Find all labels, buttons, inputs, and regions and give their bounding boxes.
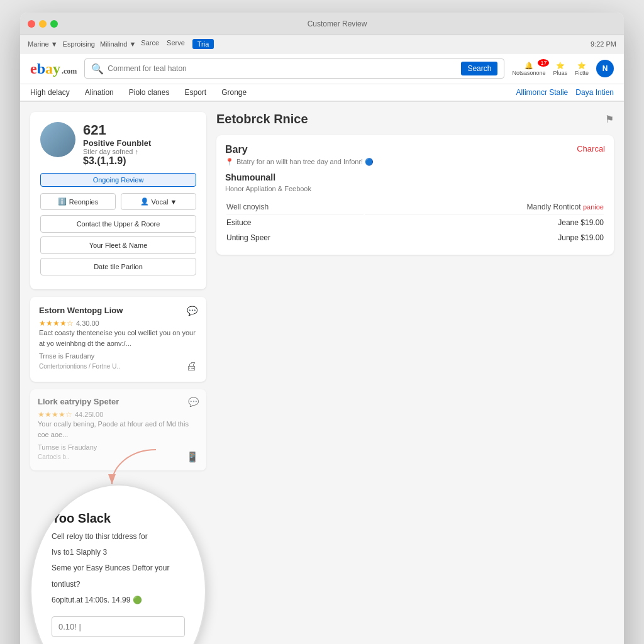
rating-value-2: 44.25l.00 — [75, 411, 103, 418]
browser-bar: Marine ▼ Esproising Milinalnd ▼ Sarce Se… — [20, 35, 624, 53]
feedback-header: Eetobrck Rnice ⚑ — [216, 112, 614, 126]
feedback-icon: ⚑ — [605, 113, 614, 125]
main-content: 621 Positive Founblet Stler day sofned ↑… — [20, 102, 624, 644]
search-bar: 🔍 Search — [84, 58, 504, 79]
ebay-logo[interactable]: ebay .com — [30, 60, 77, 77]
service-1: Esituce — [226, 216, 364, 230]
search-input[interactable] — [108, 64, 457, 73]
nav-right: Allimoncr Stalie Daya Intien — [516, 88, 614, 97]
browser-nav: Marine ▼ Esproising Milinalnd ▼ — [28, 40, 136, 48]
ebay-header: ebay .com 🔍 Search 🔔 17 Notsasonone ⭐ Pl… — [20, 53, 624, 84]
search-button[interactable]: Search — [461, 62, 497, 75]
title-bar: Customer Review — [20, 13, 624, 35]
comment-icon-2: 💬 — [188, 397, 199, 407]
tab-active[interactable]: Tria — [192, 39, 214, 49]
info-date-1: Trnse is Fraudany — [39, 352, 197, 360]
info-rating-2: ★★★★☆ 44.25l.00 — [38, 410, 199, 419]
table-row: Esituce Jeane $19.00 — [226, 216, 604, 230]
stars-2: ★★★★☆ — [38, 410, 72, 419]
vocal-button[interactable]: 👤 Vocal ▼ — [121, 193, 196, 210]
seller-price: $3.(1,1.9) — [83, 155, 196, 167]
info-sub-2: Cartocis b.. — [38, 453, 70, 460]
rating-value-1: 4.30.00 — [76, 319, 99, 327]
pages-label: Pluas — [553, 70, 567, 76]
right-panel: Eetobrck Rnice ⚑ Bary Charcal 📍 Btatry f… — [206, 112, 614, 644]
seller-info: 621 Positive Founblet Stler day sofned ↑… — [83, 122, 196, 167]
info-text-2: Your ocally bening, Paode at hfour aed o… — [38, 419, 199, 440]
col-header-middle: Mandly Ronticot panioe — [365, 200, 604, 214]
listing-name: Bary — [225, 144, 248, 155]
header-icons: 🔔 17 Notsasonone ⭐ Pluas ⭐ Fictte N — [512, 60, 614, 77]
responses-button[interactable]: ℹ️ Reonpies — [40, 193, 116, 210]
nav-bar: High delacy Alination Piolo clanes Espor… — [20, 84, 624, 102]
seller-title: Positive Founblet — [83, 138, 196, 148]
zoom-text-4: tontlust? — [52, 579, 185, 591]
info-title-2: Llork eatryipy Speter — [38, 397, 199, 406]
seller-avatar — [40, 122, 75, 157]
seller-top: 621 Positive Founblet Stler day sofned ↑… — [40, 122, 196, 167]
notifications-label: Notsasonone — [512, 70, 545, 76]
traffic-lights — [28, 20, 58, 28]
price-2: Junpe $19.00 — [365, 231, 604, 245]
info-card-2: 💬 Llork eatryipy Speter ★★★★☆ 44.25l.00 … — [30, 389, 206, 470]
zoom-inner: Yoo Slack Cell reloy tto thisr tddress f… — [52, 511, 185, 644]
tab-sarce[interactable]: Sarce — [141, 39, 159, 49]
points-btn[interactable]: ⭐ Fictte — [575, 62, 589, 76]
nav-alination[interactable]: Alination — [85, 88, 114, 97]
fleet-name-button[interactable]: Your Fleet & Name — [40, 236, 196, 254]
location-text: Btatry for an willt han tree day and Inf… — [236, 158, 374, 166]
contact-upper-button[interactable]: Contact the Upper & Roore — [40, 215, 196, 233]
nav-piolo-clanes[interactable]: Piolo clanes — [129, 88, 170, 97]
user-avatar[interactable]: N — [596, 60, 614, 77]
close-button[interactable] — [28, 20, 35, 28]
ongoing-review-button[interactable]: Ongoing Review — [40, 173, 196, 187]
shipping-table: Well cnoyish Mandly Ronticot panioe Esit… — [225, 199, 605, 246]
minimize-button[interactable] — [39, 20, 47, 28]
nav-allimoncr[interactable]: Allimoncr Stalie — [516, 88, 569, 97]
seller-score: 621 — [83, 122, 196, 138]
zoom-title: Yoo Slack — [52, 511, 185, 526]
info-sub-1: Contertoriontions / Fortne U.. — [39, 363, 120, 370]
nav-gronge[interactable]: Gronge — [221, 88, 247, 97]
stars-1: ★★★★☆ — [39, 319, 74, 328]
browser-tabs: Sarce Serve Tria — [141, 39, 214, 49]
info-rating-1: ★★★★☆ 4.30.00 — [39, 319, 197, 328]
feedback-title: Eetobrck Rnice — [216, 112, 308, 126]
tab-serve[interactable]: Serve — [167, 39, 185, 49]
nav-esproising[interactable]: Esproising — [63, 40, 95, 48]
info-date-2: Turnse is Fraudany — [38, 443, 199, 451]
print-icon-1: 🖨 — [186, 360, 197, 373]
nav-high-delacy[interactable]: High delacy — [30, 88, 70, 97]
cancel-btn[interactable]: Charcal — [577, 144, 605, 153]
zoom-text-2: Ivs to1 Slaphly 3 — [52, 547, 185, 558]
notifications-btn[interactable]: 🔔 17 Notsasonone — [512, 62, 545, 76]
location-icon: 📍 — [225, 158, 234, 166]
zoom-wrapper: Yoo Slack Cell reloy tto thisr tddress f… — [30, 478, 206, 644]
notifications-badge: 17 — [538, 59, 549, 67]
nav-daya-intien[interactable]: Daya Intien — [575, 88, 614, 97]
seller-card: 621 Positive Founblet Stler day sofned ↑… — [30, 112, 206, 289]
nav-esport[interactable]: Esport — [184, 88, 206, 97]
col-header-left: Well cnoyish — [226, 200, 364, 214]
zoom-text-1: Cell reloy tto thisr tddress for — [52, 531, 185, 543]
comment-icon-1: 💬 — [187, 306, 197, 316]
shipping-subtitle: Honor Appliation & Feebook — [225, 185, 605, 192]
monthly-label: panioe — [583, 203, 604, 211]
zoom-input[interactable] — [52, 616, 185, 637]
pages-btn[interactable]: ⭐ Pluas — [553, 62, 567, 76]
nav-marine[interactable]: Marine ▼ — [28, 40, 58, 48]
zoom-text-3: Seme yor Easy Bunces Deftor your — [52, 562, 185, 574]
maximize-button[interactable] — [50, 20, 58, 28]
price-1: Jeane $19.00 — [365, 216, 604, 230]
phone-icon-2: 📱 — [186, 451, 199, 463]
service-2: Unting Speer — [226, 231, 364, 245]
left-panel: 621 Positive Founblet Stler day sofned ↑… — [30, 112, 206, 644]
info-card-1: 💬 Estorn Wentopg Liow ★★★★☆ 4.30.00 Eact… — [30, 297, 206, 382]
listing-location: 📍 Btatry for an willt han tree day and I… — [225, 158, 605, 166]
seller-since: Stler day sofned ↑ — [83, 148, 196, 155]
nav-milinalnd[interactable]: Milinalnd ▼ — [100, 40, 136, 48]
points-label: Fictte — [575, 70, 589, 76]
action-row: ℹ️ Reonpies 👤 Vocal ▼ — [40, 193, 196, 210]
zoom-circle: Yoo Slack Cell reloy tto thisr tddress f… — [30, 484, 206, 644]
date-parlion-button[interactable]: Date tile Parlion — [40, 258, 196, 275]
